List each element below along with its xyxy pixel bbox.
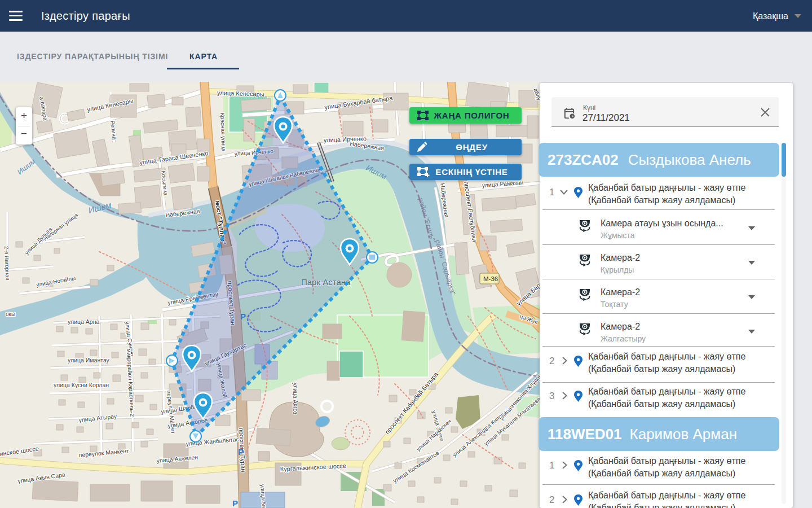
svg-text:улица Аягоз: улица Аягоз <box>292 383 298 414</box>
svg-text:2-я Нагорная: 2-я Нагорная <box>3 246 11 281</box>
svg-text:улица Арна: улица Арна <box>68 318 99 325</box>
svg-text:M-36: M-36 <box>483 275 498 282</box>
svg-text:окы: окы <box>6 311 15 317</box>
svg-text:улица Имантау: улица Имантау <box>68 357 110 364</box>
svg-text:P: P <box>238 447 244 457</box>
svg-text:улица Кусни Корлан: улица Кусни Корлан <box>54 382 109 388</box>
svg-text:P: P <box>232 498 238 508</box>
